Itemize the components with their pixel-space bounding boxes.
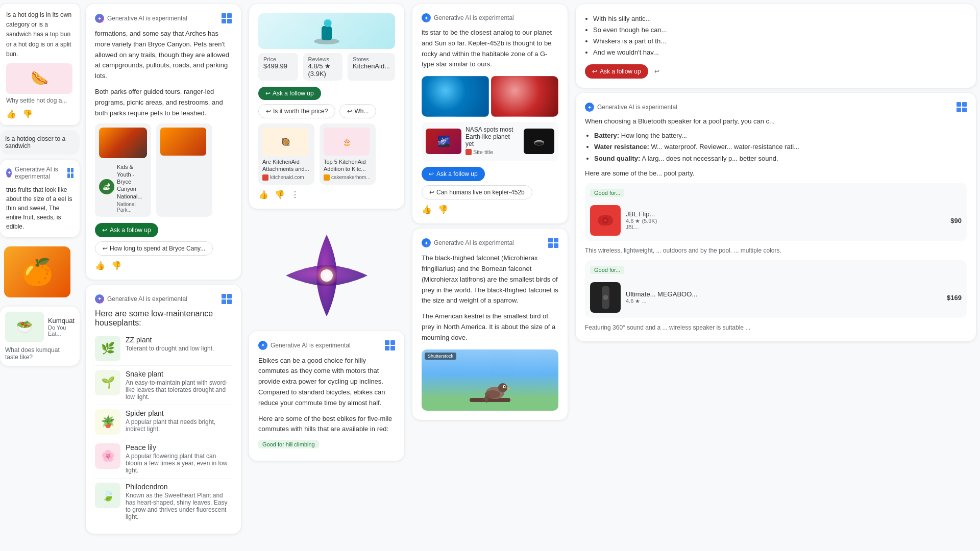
ai-badge-label-citrus: Generative AI is experimental xyxy=(15,166,64,180)
kepler-thumbs-up[interactable]: 👍 xyxy=(422,205,432,214)
ultimate-svg xyxy=(597,285,615,310)
jbl-rating: 4.6 ★ (5.9K) xyxy=(626,218,945,224)
plants-heading: Here are some low-maintenance houseplant… xyxy=(95,309,232,328)
ultimate-name: Ultimate... MEGABOO... xyxy=(626,290,942,298)
bryce-text2: Both parks offer guided tours, ranger-le… xyxy=(95,87,232,118)
jbl-name: JBL Flip... xyxy=(626,210,945,218)
kitchenaid-follow-up-btn[interactable]: ↩ Ask a follow up xyxy=(258,87,321,100)
hotdog-image: 🌭 xyxy=(6,63,74,94)
bryce-follow-up-btn[interactable]: ↩ Ask a follow up xyxy=(95,223,158,237)
svg-point-11 xyxy=(504,386,506,387)
bryce-thumb-img2 xyxy=(160,128,206,156)
ultimate-img xyxy=(590,282,621,313)
kitchenaid-more-btn[interactable]: ↩ Wh... xyxy=(339,104,376,118)
ai-badge-kepler: ✦ Generative AI is experimental xyxy=(422,13,558,22)
price-value: $499.99 xyxy=(263,62,293,70)
grid-icon-plants xyxy=(222,294,232,304)
bryce-how-long-label: How long to spend at Bryce Cany... xyxy=(110,245,205,252)
nasa-thumb: 🌌 xyxy=(426,129,461,154)
jbl-desc-partial: This wireless, lightweight, ... outdoors… xyxy=(585,246,967,255)
kepler-actions: ↩ Ask a follow up ↩ Can humans live on k… xyxy=(422,167,558,199)
grid-icon-bluetooth xyxy=(957,102,967,112)
ai-icon-bluetooth: ✦ xyxy=(585,103,594,112)
kumquat-card: 🥗 Kumquat Do You Eat... What does kumqua… xyxy=(0,307,80,366)
bird-image: Shutterstock xyxy=(422,349,558,411)
nasa-source-dot xyxy=(465,149,472,155)
bluetooth-bullet-water: Water resistance: W... waterproof. Revie… xyxy=(594,141,967,153)
plant-zz-bg: 🌿 xyxy=(95,336,120,361)
ultimate-good-badge: Good for... xyxy=(590,266,624,274)
plant-zz: 🌿 ZZ plant Tolerant to drought and low l… xyxy=(95,332,232,366)
kitchenaid-thumbs-down[interactable]: 👎 xyxy=(275,190,285,199)
bryce-thumb-title1: Kids & Youth - Bryce Canyon National... xyxy=(117,163,147,199)
ai-badge-label-ebikes: Generative AI is experimental xyxy=(271,342,351,349)
source-dot2 xyxy=(324,174,330,181)
ai-icon-plants: ✦ xyxy=(95,294,104,304)
plant-zz-img: 🌿 xyxy=(95,336,120,361)
plant-philodendron-bg: 🍃 xyxy=(95,483,120,508)
kepler-follow-up-btn[interactable]: ↩ Ask a follow up xyxy=(422,167,485,181)
svg-point-5 xyxy=(321,269,333,282)
whiskers-bullet4: And we wouldn't hav... xyxy=(593,47,967,58)
mars-ball xyxy=(491,76,558,117)
plant-lily-info: Peace lily A popular flowering plant tha… xyxy=(126,443,232,474)
svg-point-14 xyxy=(604,219,607,222)
jbl-price: $90 xyxy=(950,217,962,224)
falconet-card: ✦ Generative AI is experimental The blac… xyxy=(412,229,568,419)
ai-badge-citrus: ✦ Generative AI is experimental xyxy=(6,166,74,180)
plant-lily: 🌸 Peace lily A popular flowering plant t… xyxy=(95,439,232,479)
nasa-news-title: NASA spots most Earth-like planet yet xyxy=(465,126,520,147)
plant-lily-img: 🌸 xyxy=(95,443,120,469)
kitchenaid-more-options[interactable]: ⋮ xyxy=(291,190,299,199)
thumbs-up-btn[interactable]: 👍 xyxy=(6,109,16,119)
kitchenaid-worth-btn[interactable]: ↩ Is it worth the price? xyxy=(258,104,335,118)
stores-label: Stores xyxy=(353,56,390,62)
kepler-space-img xyxy=(422,76,558,117)
ai-badge-label-falconet: Generative AI is experimental xyxy=(434,239,514,246)
bluetooth-intro: When choosing a Bluetooth speaker for a … xyxy=(585,117,967,125)
jbl-price-container: $90 xyxy=(950,216,962,224)
sound-label: Sound quality: xyxy=(594,155,640,162)
follow-up-label: Ask a follow up xyxy=(110,227,151,234)
kitchenaid-feedback: 👍 👎 ⋮ xyxy=(258,190,395,199)
ultimate-info: Ultimate... MEGABOO... 4.6 ★ ... xyxy=(626,290,942,305)
hotdog-sandwich-text: Is a hotdog closer to a sandwich xyxy=(5,135,75,149)
kitchenaid-related-source2: cakemakerhom... xyxy=(324,174,372,181)
plant-snake-desc: An easy-to-maintain plant with sword-lik… xyxy=(126,379,232,400)
whiskers-bullets: With his silly antic... So even though h… xyxy=(593,13,967,58)
gemini-svg xyxy=(281,230,373,321)
ai-badge-label-plants: Generative AI is experimental xyxy=(107,295,187,303)
kepler-humans-btn[interactable]: ↩ Can humans live on kepler-452b xyxy=(422,185,532,199)
thumbs-down-btn[interactable]: 👎 xyxy=(22,109,33,119)
price-label: Price xyxy=(263,56,293,62)
nasa-thumb2: 🕳️ xyxy=(524,129,554,154)
whiskers-follow-up-btn[interactable]: ↩ Ask a follow up xyxy=(585,64,648,79)
ultimate-desc-partial: Featuring 360° sound and a ... wireless … xyxy=(585,323,967,332)
bryce-thumb1: 🏕 Kids & Youth - Bryce Canyon National..… xyxy=(95,123,151,216)
kepler-thumbs-down[interactable]: 👎 xyxy=(438,205,448,214)
ai-badge-bryce: ✦ Generative AI is experimental xyxy=(95,13,232,23)
kitchenaid-related-img2: 🎂 xyxy=(324,128,370,156)
plant-lily-bg: 🌸 xyxy=(95,443,120,469)
plant-snake-img: 🌱 xyxy=(95,370,120,395)
source-dot1 xyxy=(262,174,268,181)
bryce-how-long-btn[interactable]: ↩ How long to spend at Bryce Cany... xyxy=(95,241,213,256)
bryce-thumbs-down[interactable]: 👎 xyxy=(111,261,121,270)
bryce-text: formations, and some say that Arches has… xyxy=(95,29,232,82)
kepler-text: its star to be the closest analog to our… xyxy=(422,28,558,70)
reviews-label: Reviews xyxy=(308,56,338,62)
hotdog-sandwich-card: Is a hotdog closer to a sandwich xyxy=(0,130,80,155)
kitchenaid-thumbs-up[interactable]: 👍 xyxy=(258,190,268,199)
column-2: ✦ Generative AI is experimental formatio… xyxy=(82,0,245,551)
kumquat-question: What does kumquat taste like? xyxy=(5,346,75,361)
svg-rect-6 xyxy=(470,398,510,402)
ebikes-text: Ebikes can be a good choice for hilly co… xyxy=(258,356,395,409)
bluetooth-outro: Here are some of the be... pool party. xyxy=(585,169,967,177)
citrus-ai-card: ✦ Generative AI is experimental trus fru… xyxy=(0,160,80,237)
bryce-thumb2 xyxy=(156,123,212,216)
plant-spider-img: 🪴 xyxy=(95,409,120,435)
hotdog-text: Is a hot dog is in its own category or i… xyxy=(6,10,74,59)
bryce-thumbs-up[interactable]: 👍 xyxy=(95,261,105,270)
kitchenaid-actions: ↩ Ask a follow up ↩ Is it worth the pric… xyxy=(258,87,395,118)
bryce-actions: ↩ Ask a follow up ↩ How long to spend at… xyxy=(95,223,232,256)
